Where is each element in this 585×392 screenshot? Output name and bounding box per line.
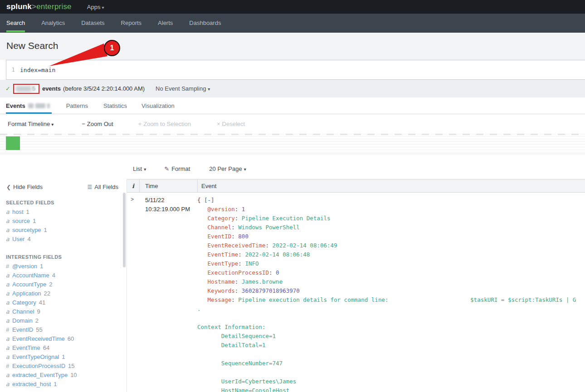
field-name[interactable]: Domain	[12, 317, 33, 324]
json-text: :	[238, 260, 245, 267]
field-type-string-icon: a	[6, 298, 12, 307]
field-name[interactable]: User	[12, 236, 24, 242]
field-name[interactable]: Application	[12, 290, 41, 297]
navbar: SearchAnalyticsDatasetsReportsAlertsDash…	[0, 14, 585, 33]
list-view-menu[interactable]: List▾	[133, 165, 146, 172]
field-name[interactable]: AccountName	[12, 272, 49, 279]
field-value-count: 55	[36, 326, 42, 333]
zoom-out-button-label: Zoom Out	[87, 121, 113, 127]
timeline-chart[interactable]	[0, 134, 585, 154]
json-text: :	[235, 215, 242, 222]
expand-event-icon[interactable]: >	[131, 196, 134, 203]
json-text: UserId=Cybertees\James	[221, 378, 297, 385]
apps-menu[interactable]: Apps▾	[87, 4, 104, 10]
field-item-Domain[interactable]: aDomain2	[6, 316, 117, 325]
field-item-Channel[interactable]: aChannel9	[6, 307, 117, 316]
json-text: :	[231, 296, 238, 303]
json-text	[197, 296, 208, 303]
chevron-left-icon: ❮	[6, 184, 11, 190]
nav-item-search[interactable]: Search	[6, 14, 25, 32]
top-app-bar: splunk>enterprise Apps▾	[0, 0, 585, 14]
json-text	[197, 242, 208, 249]
json-text: :	[231, 233, 238, 240]
sidebar-scrollbar[interactable]	[123, 193, 126, 267]
field-value-count: 10	[70, 372, 77, 378]
tab-statistics[interactable]: Statistics	[103, 97, 127, 114]
field-item-extracted_EventType[interactable]: aextracted_EventType10	[6, 371, 117, 380]
redaction-hint-digit: 5	[32, 85, 35, 92]
field-value-count: 1	[40, 263, 43, 270]
chevron-down-icon: ▾	[208, 87, 210, 92]
field-item-extracted_host[interactable]: aextracted_host1	[6, 380, 117, 389]
field-item-Category[interactable]: aCategory41	[6, 298, 117, 307]
zoom-out-button[interactable]: −Zoom Out	[82, 121, 113, 127]
field-name[interactable]: EventTime	[12, 344, 40, 351]
field-item-@version[interactable]: #@version1	[6, 262, 117, 271]
json-text: Context Information:	[197, 324, 266, 330]
search-query-input[interactable]: index=main	[20, 67, 55, 73]
field-item-EventTypeOrignal[interactable]: aEventTypeOrignal1	[6, 353, 117, 362]
field-value-count: 1	[44, 227, 47, 233]
format-menu[interactable]: ✎Format	[164, 165, 190, 172]
nav-item-reports[interactable]: Reports	[121, 14, 142, 32]
fields-sidebar: ❮Hide Fields ☰All Fields SELECTED FIELDS…	[0, 179, 127, 392]
field-name[interactable]: AccountType	[12, 281, 46, 288]
field-item-source[interactable]: asource1	[6, 217, 117, 226]
list-icon: ☰	[87, 184, 92, 190]
field-item-Application[interactable]: aApplication22	[6, 289, 117, 298]
tab-events[interactable]: Events	[6, 97, 52, 114]
tab-visualization[interactable]: Visualization	[141, 97, 175, 114]
field-name[interactable]: ExecutionProcessID	[12, 363, 65, 369]
field-name[interactable]: EventID	[12, 326, 33, 333]
json-text: {	[197, 197, 204, 203]
field-name[interactable]: @version	[12, 263, 37, 270]
event-sampling-menu[interactable]: No Event Sampling▾	[156, 85, 210, 92]
field-name[interactable]: sourcetype	[12, 227, 41, 233]
format-timeline-menu[interactable]: Format Timeline▾	[8, 121, 54, 127]
json-collapse-toggle[interactable]: [-]	[204, 197, 214, 203]
field-item-ExecutionProcessID[interactable]: #ExecutionProcessID15	[6, 362, 117, 371]
column-header-time: Time	[139, 179, 197, 192]
timeline-event-bar[interactable]	[6, 136, 20, 150]
nav-item-dashboards[interactable]: Dashboards	[189, 14, 221, 32]
splunk-logo: splunk>enterprise	[6, 2, 72, 11]
nav-item-datasets[interactable]: Datasets	[81, 14, 104, 32]
event-json-line: ExecutionProcessID: 0	[197, 268, 585, 277]
json-key: @version	[208, 206, 235, 213]
field-item-AccountType[interactable]: aAccountType2	[6, 280, 117, 289]
field-name[interactable]: source	[12, 218, 30, 224]
status-bar: ✓ 5 events (before 3/5/24 2:20:14.000 AM…	[0, 80, 585, 97]
json-text: 800	[238, 233, 249, 240]
field-item-EventTime[interactable]: aEventTime64	[6, 344, 117, 353]
field-item-EventReceivedTime[interactable]: aEventReceivedTime60	[6, 334, 117, 344]
search-line-number: 1	[6, 67, 20, 73]
field-name[interactable]: extracted_EventType	[12, 372, 68, 378]
tab-patterns[interactable]: Patterns	[66, 97, 88, 114]
timeline-controls: Format Timeline▾−Zoom Out+Zoom to Select…	[0, 114, 585, 134]
event-json-line: { [-]	[197, 196, 585, 205]
json-text: DetailTotal=1	[221, 342, 266, 348]
event-sampling-label: No Event Sampling	[156, 85, 206, 92]
field-item-User[interactable]: aUser4	[6, 235, 117, 244]
field-item-host[interactable]: ahost1	[6, 208, 117, 217]
selected-fields-list: ahost1asource1asourcetype1aUser4	[6, 208, 117, 244]
field-name[interactable]: Channel	[12, 308, 34, 315]
per-page-menu[interactable]: 20 Per Page▾	[209, 165, 246, 172]
field-name[interactable]: Category	[12, 299, 36, 306]
field-item-AccountName[interactable]: aAccountName4	[6, 271, 117, 280]
field-type-string-icon: a	[6, 380, 12, 389]
field-name[interactable]: host	[12, 208, 24, 215]
field-name[interactable]: EventReceivedTime	[12, 335, 65, 342]
selected-fields-header: SELECTED FIELDS	[6, 200, 54, 205]
all-fields-button[interactable]: ☰All Fields	[87, 184, 118, 193]
nav-item-analytics[interactable]: Analytics	[41, 14, 65, 32]
hide-fields-button[interactable]: ❮Hide Fields	[6, 184, 43, 193]
field-name[interactable]: extracted_host	[12, 381, 51, 387]
nav-item-alerts[interactable]: Alerts	[158, 14, 173, 32]
field-item-EventID[interactable]: #EventID55	[6, 325, 117, 334]
field-value-count: 2	[35, 317, 39, 324]
field-name[interactable]: EventTypeOrignal	[12, 353, 59, 360]
field-type-string-icon: a	[6, 289, 12, 298]
search-bar[interactable]: 1 index=main	[6, 60, 585, 80]
field-item-sourcetype[interactable]: asourcetype1	[6, 226, 117, 235]
